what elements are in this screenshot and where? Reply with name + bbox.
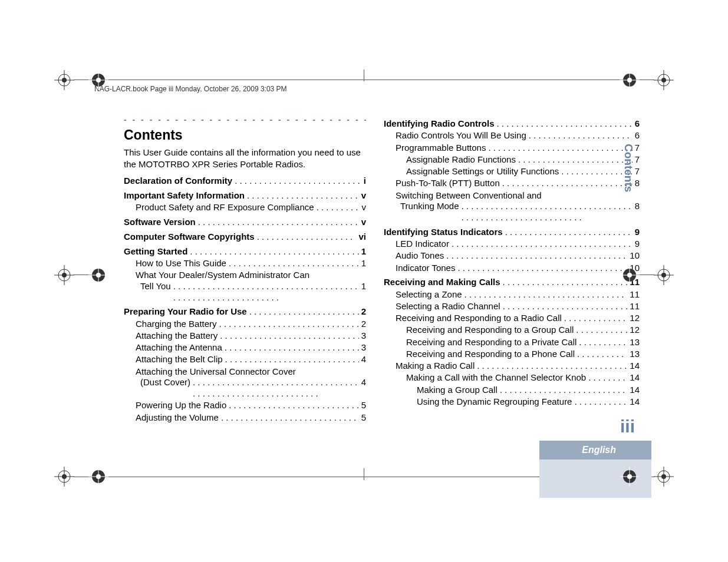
toc-entry-label: Selecting a Zone [396,289,462,300]
leader-dots [317,202,360,213]
toc-entry-label: Product Safety and RF Exposure Complianc… [136,202,314,213]
toc-entry-label: Audio Tones [396,250,444,262]
registration-mark-icon [620,70,640,90]
toc-entry-label: What Your Dealer/System Administrator Ca… [136,270,366,281]
content-columns: - - - - - - - - - - - - - - - - - - - - … [124,115,622,424]
toc-entry-label: Receiving and Responding to a Group Call [406,325,574,336]
toc-entry-page: 2 [361,306,366,318]
leader-dots [225,354,359,365]
leader-dots [518,154,633,166]
toc-entry-label: Making a Radio Call [396,361,475,372]
toc-entry: Product Safety and RF Exposure Complianc… [124,202,366,213]
leader-dots [579,337,627,348]
toc-entry-label: Making a Call with the Channel Selector … [406,372,586,384]
toc-entry-label: Radio Controls You Will Be Using [396,130,526,141]
toc-entry-page: 9 [635,227,640,238]
registration-mark-icon [54,467,74,487]
toc-entry-label: Attaching the Belt Clip [136,354,223,365]
leader-dots [588,372,627,384]
svg-point-43 [661,474,666,479]
toc-entry-page: 14 [630,396,640,408]
page-root: NAG-LACR.book Page iii Monday, October 2… [0,0,728,562]
leader-dots [235,176,361,187]
leader-dots [221,412,359,424]
toc-entry-label: Making a Group Call [417,385,498,396]
toc-entry: Selecting a Radio Channel11 [384,301,640,312]
toc-entry: Making a Call with the Channel Selector … [384,372,640,384]
toc-entry: LED Indicator9 [384,239,640,250]
toc-entry-page: 1 [361,258,366,269]
leader-dots [477,361,627,372]
leader-dots [462,201,633,223]
toc-entry-label: Identifying Status Indicators [384,227,503,238]
toc-entry-label: LED Indicator [396,239,449,250]
toc-entry-page: 10 [630,250,640,262]
side-tab-label: Contents [623,135,635,200]
toc-section: Software Versionv [124,217,366,228]
toc-entry: Powering Up the Radio5 [124,400,366,411]
toc-entry-page: 12 [630,313,640,324]
toc-entry-label: Using the Dynamic Regrouping Feature [417,396,572,408]
leader-dots [229,258,359,269]
toc-entry: Programmable Buttons7 [384,143,640,154]
toc-entry: Charging the Battery2 [124,319,366,330]
leader-dots [257,232,357,243]
toc-section: Getting Started1 [124,246,366,257]
toc-entry-label: Identifying Radio Controls [384,118,495,130]
toc-entry-label: Computer Software Copyrights [124,232,255,243]
intro-paragraph: This User Guide contains all the informa… [124,147,366,170]
language-tab: English [539,441,651,459]
toc-entry-page: 7 [635,154,640,166]
registration-mark-icon [654,467,674,487]
left-column: - - - - - - - - - - - - - - - - - - - - … [124,115,366,424]
toc-section: Important Safety Informationv [124,190,366,201]
registration-mark-icon [88,467,108,487]
fold-mark-top [364,70,364,81]
toc-entry-page: 8 [635,201,640,212]
leader-dots [225,342,359,353]
toc-entry-label: Switching Between Conventional and [396,190,640,201]
toc-entry-label: Receiving and Responding to a Phone Call [406,349,575,360]
toc-entry-page: 4 [361,354,366,365]
running-header: NAG-LACR.book Page iii Monday, October 2… [94,85,287,93]
toc-entry-label: Receiving and Responding to a Radio Call [396,313,562,324]
toc-entry-page: v [362,202,367,213]
leader-dots [220,330,358,342]
toc-entry-label: Receiving and Making Calls [384,277,500,288]
toc-entry: Making a Radio Call14 [384,361,640,372]
toc-entry: Receiving and Responding to a Private Ca… [384,337,640,348]
toc-entry-page: 14 [630,385,640,396]
svg-point-35 [62,474,67,479]
toc-entry-label: Tell You [140,281,171,292]
leader-dots [488,143,632,154]
toc-entry: Receiving and Responding to a Phone Call… [384,349,640,360]
toc-entry-label: Getting Started [124,246,187,257]
toc-entry-label: Adjusting the Volume [136,412,219,424]
svg-point-3 [62,78,67,82]
fold-mark-bottom [364,468,364,480]
leader-dots [503,277,628,288]
toc-entry: Attaching the Battery3 [124,330,366,342]
toc-entry: Adjusting the Volume5 [124,412,366,424]
leader-dots [574,396,627,408]
toc-entry-label: Charging the Battery [136,319,217,330]
toc-entry-label: Assignable Settings or Utility Functions [406,166,559,177]
leader-dots [198,217,359,228]
leader-dots [219,319,359,330]
svg-point-11 [661,78,666,82]
toc-entry-label: Attaching the Antenna [136,342,222,353]
toc-entry-label: How to Use This Guide [136,258,226,269]
toc-entry-page: 11 [630,301,640,312]
toc-entry-page: v [361,190,366,201]
right-column: Identifying Radio Controls6Radio Control… [384,115,640,424]
registration-mark-icon [54,70,74,90]
toc-entry: Receiving and Responding to a Radio Call… [384,313,640,324]
toc-entry: Attaching the Universal Connector Cover(… [124,366,366,399]
toc-entry: Push-To-Talk (PTT) Button8 [384,178,640,189]
toc-entry: How to Use This Guide1 [124,258,366,269]
leader-dots [465,289,628,300]
toc-entry-page: 3 [361,330,366,342]
toc-entry-label: (Dust Cover) [140,377,190,388]
toc-entry-label: Indicator Tones [396,263,455,274]
toc-entry-page: 12 [630,325,640,336]
